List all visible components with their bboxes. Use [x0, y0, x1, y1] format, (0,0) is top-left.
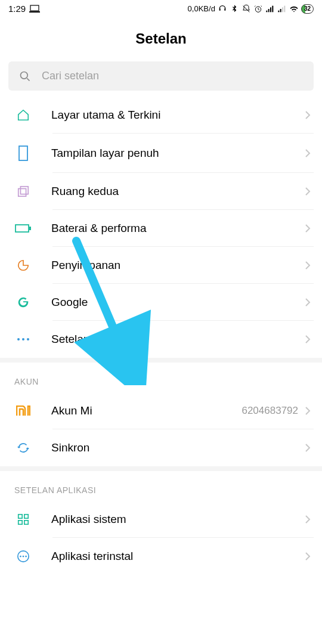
- grid-icon: [17, 513, 30, 526]
- item-google[interactable]: Google: [0, 284, 322, 321]
- signal-icon: [265, 4, 275, 14]
- chevron-right-icon: [304, 260, 311, 271]
- svg-rect-17: [16, 225, 29, 232]
- item-label: Google: [51, 296, 304, 309]
- item-label: Layar utama & Terkini: [51, 109, 304, 122]
- item-additional[interactable]: Setelan tambahan: [0, 321, 322, 358]
- status-bar: 1:29 0,0KB/d 32: [0, 0, 322, 16]
- svg-rect-1: [29, 11, 40, 13]
- svg-point-12: [21, 72, 28, 79]
- battery-icon: [15, 223, 32, 234]
- svg-rect-25: [24, 521, 28, 524]
- battery-indicator: 32: [301, 4, 314, 14]
- chevron-right-icon: [304, 514, 311, 525]
- svg-rect-24: [18, 521, 22, 524]
- svg-point-21: [27, 338, 29, 340]
- svg-rect-5: [268, 9, 270, 12]
- page-title: Setelan: [0, 30, 322, 47]
- svg-rect-4: [266, 10, 267, 12]
- bluetooth-icon: [230, 4, 239, 14]
- signal-icon-2: [277, 4, 287, 14]
- item-mi-account[interactable]: Akun Mi 6204683792: [0, 392, 322, 429]
- svg-rect-14: [19, 146, 27, 160]
- item-label: Setelan tambahan: [51, 333, 304, 346]
- settings-list-app: Aplikasi sistem Aplikasi terinstal: [0, 501, 322, 575]
- section-header-akun: AKUN: [0, 358, 322, 392]
- item-home-screen[interactable]: Layar utama & Terkini: [0, 97, 322, 134]
- chevron-right-icon: [304, 405, 311, 416]
- svg-rect-9: [280, 9, 281, 12]
- svg-rect-11: [284, 5, 285, 12]
- laptop-icon: [29, 5, 40, 13]
- search-input[interactable]: [42, 70, 303, 82]
- item-fullscreen[interactable]: Tampilan layar penuh: [0, 134, 322, 173]
- svg-line-13: [27, 78, 29, 80]
- data-rate: 0,0KB/d: [188, 4, 215, 13]
- svg-rect-8: [278, 10, 279, 12]
- headphones-icon: [218, 4, 227, 14]
- more-circle-icon: [17, 550, 30, 563]
- svg-rect-10: [282, 7, 283, 12]
- settings-list-akun: Akun Mi 6204683792 Sinkron: [0, 392, 322, 466]
- svg-rect-22: [18, 515, 22, 518]
- chevron-right-icon: [304, 297, 311, 308]
- svg-point-28: [23, 556, 24, 558]
- item-second-space[interactable]: Ruang kedua: [0, 173, 322, 210]
- status-time: 1:29: [8, 4, 26, 14]
- item-label: Baterai & performa: [51, 222, 304, 235]
- svg-rect-16: [20, 187, 28, 194]
- item-battery[interactable]: Baterai & performa: [0, 210, 322, 247]
- item-value: 6204683792: [242, 405, 298, 417]
- chevron-right-icon: [304, 551, 311, 562]
- item-label: Penyimpanan: [51, 259, 304, 272]
- silent-icon: [242, 4, 251, 14]
- item-label: Sinkron: [51, 441, 304, 454]
- chevron-right-icon: [304, 148, 311, 159]
- section-header-app: SETELAN APLIKASI: [0, 466, 322, 501]
- svg-rect-6: [270, 7, 271, 12]
- sync-icon: [17, 441, 30, 454]
- svg-rect-23: [24, 515, 28, 518]
- storage-icon: [17, 259, 30, 272]
- item-label: Tampilan layar penuh: [51, 147, 304, 160]
- item-storage[interactable]: Penyimpanan: [0, 247, 322, 284]
- svg-point-19: [17, 338, 20, 340]
- item-label: Aplikasi terinstal: [51, 550, 304, 563]
- item-system-apps[interactable]: Aplikasi sistem: [0, 501, 322, 538]
- item-installed-apps[interactable]: Aplikasi terinstal: [0, 538, 322, 575]
- item-label: Ruang kedua: [51, 185, 304, 198]
- item-label: Aplikasi sistem: [51, 513, 304, 526]
- alarm-icon: [253, 4, 263, 14]
- dual-icon: [17, 185, 30, 198]
- rect-icon: [18, 145, 28, 161]
- google-icon: [17, 296, 30, 309]
- item-sync[interactable]: Sinkron: [0, 429, 322, 466]
- svg-point-20: [22, 338, 24, 340]
- chevron-right-icon: [304, 334, 311, 345]
- chevron-right-icon: [304, 186, 311, 197]
- chevron-right-icon: [304, 110, 311, 120]
- mi-icon: [16, 405, 30, 416]
- chevron-right-icon: [304, 442, 311, 453]
- svg-rect-15: [18, 188, 26, 196]
- dots-icon: [17, 338, 30, 341]
- settings-list-main: Layar utama & Terkini Tampilan layar pen…: [0, 97, 322, 358]
- item-label: Akun Mi: [51, 404, 242, 417]
- wifi-icon: [289, 4, 299, 14]
- search-icon: [19, 70, 31, 82]
- svg-rect-7: [272, 5, 273, 12]
- svg-rect-0: [30, 5, 39, 11]
- svg-point-29: [25, 556, 27, 558]
- search-bar[interactable]: [8, 61, 314, 91]
- chevron-right-icon: [304, 223, 311, 234]
- svg-rect-18: [29, 227, 31, 230]
- home-icon: [17, 109, 30, 122]
- svg-point-27: [20, 556, 21, 558]
